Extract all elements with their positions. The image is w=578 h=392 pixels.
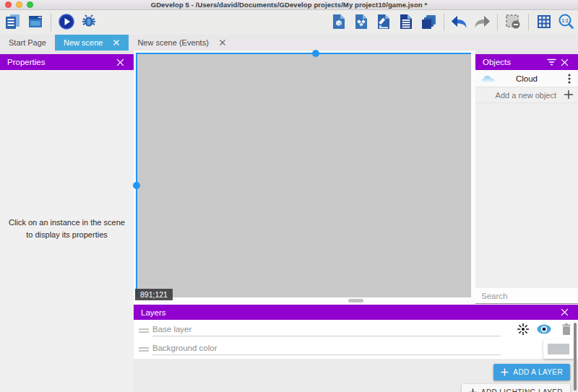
- objects-document-icon: [330, 13, 348, 32]
- background-color-button[interactable]: [543, 339, 574, 359]
- canvas-horizontal-scrollbar[interactable]: [136, 297, 471, 304]
- layer-visibility-button[interactable]: [536, 321, 552, 337]
- layer-name-field[interactable]: [152, 322, 501, 336]
- grid-icon: [535, 13, 553, 32]
- selection-handle-left[interactable]: [133, 182, 140, 189]
- object-groups-document-icon: [353, 13, 370, 32]
- effects-icon: [517, 323, 530, 336]
- close-tab-icon[interactable]: [113, 39, 120, 46]
- filter-objects-button[interactable]: [545, 56, 558, 69]
- close-icon: [116, 58, 124, 66]
- add-layer-label: ADD A LAYER: [513, 368, 563, 376]
- open-object-groups-button[interactable]: [352, 13, 371, 32]
- layers-panel-header: Layers: [134, 304, 578, 320]
- add-lighting-layer-button[interactable]: ADD LIGHTING LAYER: [462, 384, 570, 392]
- toolbar-separator: [528, 14, 529, 31]
- start-page-button[interactable]: [26, 13, 45, 32]
- edit-document-icon: [375, 13, 392, 32]
- launch-preview-button[interactable]: [57, 13, 76, 32]
- drag-handle-icon[interactable]: [138, 326, 150, 335]
- color-swatch: [548, 344, 569, 354]
- plus-icon[interactable]: [564, 90, 574, 101]
- kebab-icon: [564, 72, 575, 85]
- layer-effects-button[interactable]: [515, 321, 531, 337]
- layers-vertical-scrollbar[interactable]: [573, 321, 577, 392]
- tab-start-page[interactable]: Start Page: [0, 35, 55, 51]
- svg-text:1:1: 1:1: [561, 18, 569, 23]
- layers-stack-icon: [420, 13, 437, 32]
- properties-panel-header: Properties: [0, 54, 134, 70]
- debug-button[interactable]: [79, 13, 98, 32]
- open-objects-editor-button[interactable]: [329, 13, 348, 32]
- layers-panel-title: Layers: [141, 308, 166, 317]
- object-list-item[interactable]: Cloud: [475, 70, 578, 87]
- open-instances-list-button[interactable]: [397, 13, 415, 32]
- hscroll-thumb[interactable]: [348, 299, 363, 302]
- close-icon: [561, 58, 569, 66]
- zoom-1-1-icon: 1:1: [558, 13, 575, 32]
- open-scene-properties-button[interactable]: [374, 13, 393, 32]
- redo-icon: [473, 13, 491, 32]
- selection-edge-left: [136, 53, 137, 297]
- objects-panel-title: Objects: [483, 58, 511, 66]
- mask-icon: [504, 13, 522, 32]
- toggle-grid-button[interactable]: [535, 13, 553, 32]
- objects-search-bar: [475, 288, 578, 304]
- open-layers-editor-button[interactable]: [419, 13, 438, 32]
- bug-icon: [80, 13, 98, 32]
- visibility-icon: [536, 323, 552, 336]
- add-object-row[interactable]: Add a new object: [475, 87, 578, 103]
- layer-row-base: [134, 320, 578, 339]
- properties-panel-title: Properties: [7, 58, 45, 66]
- close-tab-icon[interactable]: [219, 39, 226, 46]
- undo-button[interactable]: [450, 13, 469, 32]
- window-title: GDevelop 5 - /Users/david/Documents/GDev…: [0, 1, 578, 9]
- close-icon: [561, 308, 569, 316]
- toolbar-separator: [497, 14, 498, 31]
- vscroll-thumb[interactable]: [574, 323, 577, 391]
- layer-name-field[interactable]: [152, 341, 501, 355]
- selection-handle-top[interactable]: [312, 50, 319, 57]
- close-panel-button[interactable]: [113, 56, 126, 69]
- add-layer-button[interactable]: ADD A LAYER: [493, 364, 570, 380]
- selection-edge-top: [136, 53, 471, 54]
- editor-tabbar: Start Page New scene New scene (Events): [0, 35, 578, 51]
- plus-icon: [501, 368, 509, 376]
- start-page-icon: [27, 13, 44, 32]
- zoom-original-button[interactable]: 1:1: [557, 13, 576, 32]
- objects-search-input[interactable]: [481, 292, 578, 300]
- tab-label: Start Page: [9, 38, 46, 47]
- main-toolbar: 1:1: [0, 10, 578, 35]
- object-name: Cloud: [475, 70, 578, 87]
- layers-list: [134, 320, 578, 359]
- object-menu-button[interactable]: [564, 72, 575, 87]
- gdevelop-window: GDevelop 5 - /Users/david/Documents/GDev…: [0, 0, 578, 392]
- toggle-mask-button[interactable]: [504, 13, 522, 32]
- layer-row-background: [134, 339, 578, 359]
- redo-button[interactable]: [473, 13, 491, 32]
- plus-icon: [469, 388, 477, 392]
- toolbar-separator: [444, 14, 444, 31]
- layers-footer: ADD A LAYER ADD LIGHTING LAYER: [134, 359, 578, 392]
- tab-new-scene-events[interactable]: New scene (Events): [129, 35, 234, 51]
- close-panel-button[interactable]: [558, 56, 571, 69]
- scene-viewport[interactable]: [136, 53, 471, 297]
- play-icon: [58, 13, 75, 32]
- cursor-coordinates-badge: 891;121: [135, 289, 173, 300]
- tab-new-scene[interactable]: New scene: [55, 35, 129, 51]
- undo-icon: [450, 13, 469, 32]
- project-manager-icon: [4, 13, 22, 32]
- drag-handle-icon[interactable]: [138, 345, 150, 354]
- close-panel-button[interactable]: [558, 306, 571, 319]
- project-manager-button[interactable]: [4, 13, 22, 32]
- tab-label: New scene (Events): [137, 38, 208, 47]
- filter-icon: [547, 58, 556, 66]
- layers-panel: Layers: [134, 304, 578, 392]
- add-object-label: Add a new object: [496, 91, 556, 100]
- toolbar-separator: [51, 14, 51, 31]
- scene-editor-canvas[interactable]: 891;121: [134, 51, 475, 304]
- properties-empty-message: Click on an instance in the scene to dis…: [0, 217, 134, 241]
- trash-icon: [561, 323, 572, 336]
- delete-layer-button[interactable]: [558, 321, 574, 337]
- add-lighting-layer-label: ADD LIGHTING LAYER: [481, 388, 563, 392]
